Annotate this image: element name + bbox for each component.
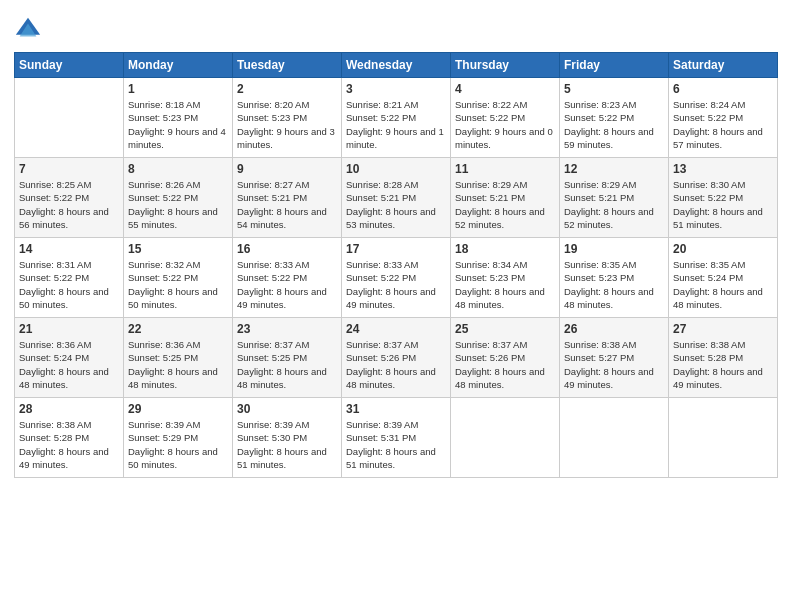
calendar-cell: 7Sunrise: 8:25 AMSunset: 5:22 PMDaylight… <box>15 158 124 238</box>
day-info: Sunrise: 8:30 AMSunset: 5:22 PMDaylight:… <box>673 178 773 231</box>
day-info: Sunrise: 8:39 AMSunset: 5:30 PMDaylight:… <box>237 418 337 471</box>
day-number: 3 <box>346 82 446 96</box>
day-info: Sunrise: 8:38 AMSunset: 5:27 PMDaylight:… <box>564 338 664 391</box>
day-number: 4 <box>455 82 555 96</box>
calendar-cell: 21Sunrise: 8:36 AMSunset: 5:24 PMDayligh… <box>15 318 124 398</box>
day-number: 10 <box>346 162 446 176</box>
day-info: Sunrise: 8:22 AMSunset: 5:22 PMDaylight:… <box>455 98 555 151</box>
calendar-cell: 29Sunrise: 8:39 AMSunset: 5:29 PMDayligh… <box>124 398 233 478</box>
day-number: 30 <box>237 402 337 416</box>
col-header-tuesday: Tuesday <box>233 53 342 78</box>
calendar-header-row: SundayMondayTuesdayWednesdayThursdayFrid… <box>15 53 778 78</box>
calendar-cell: 31Sunrise: 8:39 AMSunset: 5:31 PMDayligh… <box>342 398 451 478</box>
day-number: 17 <box>346 242 446 256</box>
day-number: 14 <box>19 242 119 256</box>
calendar-cell: 22Sunrise: 8:36 AMSunset: 5:25 PMDayligh… <box>124 318 233 398</box>
calendar-cell: 24Sunrise: 8:37 AMSunset: 5:26 PMDayligh… <box>342 318 451 398</box>
calendar-week-5: 28Sunrise: 8:38 AMSunset: 5:28 PMDayligh… <box>15 398 778 478</box>
day-info: Sunrise: 8:20 AMSunset: 5:23 PMDaylight:… <box>237 98 337 151</box>
calendar-cell: 28Sunrise: 8:38 AMSunset: 5:28 PMDayligh… <box>15 398 124 478</box>
day-info: Sunrise: 8:27 AMSunset: 5:21 PMDaylight:… <box>237 178 337 231</box>
day-info: Sunrise: 8:18 AMSunset: 5:23 PMDaylight:… <box>128 98 228 151</box>
calendar-cell: 2Sunrise: 8:20 AMSunset: 5:23 PMDaylight… <box>233 78 342 158</box>
calendar-cell: 6Sunrise: 8:24 AMSunset: 5:22 PMDaylight… <box>669 78 778 158</box>
day-info: Sunrise: 8:39 AMSunset: 5:31 PMDaylight:… <box>346 418 446 471</box>
day-info: Sunrise: 8:37 AMSunset: 5:26 PMDaylight:… <box>455 338 555 391</box>
calendar-cell <box>15 78 124 158</box>
calendar-cell: 16Sunrise: 8:33 AMSunset: 5:22 PMDayligh… <box>233 238 342 318</box>
day-number: 5 <box>564 82 664 96</box>
day-number: 25 <box>455 322 555 336</box>
calendar-cell: 25Sunrise: 8:37 AMSunset: 5:26 PMDayligh… <box>451 318 560 398</box>
header <box>14 10 778 44</box>
calendar-cell: 1Sunrise: 8:18 AMSunset: 5:23 PMDaylight… <box>124 78 233 158</box>
day-number: 9 <box>237 162 337 176</box>
calendar-cell: 4Sunrise: 8:22 AMSunset: 5:22 PMDaylight… <box>451 78 560 158</box>
col-header-wednesday: Wednesday <box>342 53 451 78</box>
page: SundayMondayTuesdayWednesdayThursdayFrid… <box>0 0 792 612</box>
day-info: Sunrise: 8:34 AMSunset: 5:23 PMDaylight:… <box>455 258 555 311</box>
day-number: 15 <box>128 242 228 256</box>
day-number: 16 <box>237 242 337 256</box>
day-number: 18 <box>455 242 555 256</box>
day-info: Sunrise: 8:37 AMSunset: 5:26 PMDaylight:… <box>346 338 446 391</box>
day-number: 20 <box>673 242 773 256</box>
calendar-week-1: 1Sunrise: 8:18 AMSunset: 5:23 PMDaylight… <box>15 78 778 158</box>
day-number: 21 <box>19 322 119 336</box>
day-number: 6 <box>673 82 773 96</box>
day-info: Sunrise: 8:38 AMSunset: 5:28 PMDaylight:… <box>19 418 119 471</box>
calendar-cell: 19Sunrise: 8:35 AMSunset: 5:23 PMDayligh… <box>560 238 669 318</box>
calendar-cell: 17Sunrise: 8:33 AMSunset: 5:22 PMDayligh… <box>342 238 451 318</box>
day-info: Sunrise: 8:26 AMSunset: 5:22 PMDaylight:… <box>128 178 228 231</box>
day-number: 8 <box>128 162 228 176</box>
calendar-cell: 8Sunrise: 8:26 AMSunset: 5:22 PMDaylight… <box>124 158 233 238</box>
day-info: Sunrise: 8:36 AMSunset: 5:24 PMDaylight:… <box>19 338 119 391</box>
day-number: 26 <box>564 322 664 336</box>
calendar-cell: 26Sunrise: 8:38 AMSunset: 5:27 PMDayligh… <box>560 318 669 398</box>
calendar-cell: 3Sunrise: 8:21 AMSunset: 5:22 PMDaylight… <box>342 78 451 158</box>
col-header-thursday: Thursday <box>451 53 560 78</box>
calendar-cell: 13Sunrise: 8:30 AMSunset: 5:22 PMDayligh… <box>669 158 778 238</box>
day-number: 29 <box>128 402 228 416</box>
day-info: Sunrise: 8:32 AMSunset: 5:22 PMDaylight:… <box>128 258 228 311</box>
day-number: 11 <box>455 162 555 176</box>
col-header-saturday: Saturday <box>669 53 778 78</box>
day-number: 22 <box>128 322 228 336</box>
calendar-cell: 11Sunrise: 8:29 AMSunset: 5:21 PMDayligh… <box>451 158 560 238</box>
calendar-cell <box>560 398 669 478</box>
day-number: 7 <box>19 162 119 176</box>
col-header-sunday: Sunday <box>15 53 124 78</box>
day-number: 28 <box>19 402 119 416</box>
day-number: 31 <box>346 402 446 416</box>
day-info: Sunrise: 8:33 AMSunset: 5:22 PMDaylight:… <box>237 258 337 311</box>
calendar-week-4: 21Sunrise: 8:36 AMSunset: 5:24 PMDayligh… <box>15 318 778 398</box>
day-number: 1 <box>128 82 228 96</box>
calendar-week-2: 7Sunrise: 8:25 AMSunset: 5:22 PMDaylight… <box>15 158 778 238</box>
logo <box>14 16 46 44</box>
day-number: 12 <box>564 162 664 176</box>
day-info: Sunrise: 8:29 AMSunset: 5:21 PMDaylight:… <box>455 178 555 231</box>
day-info: Sunrise: 8:35 AMSunset: 5:24 PMDaylight:… <box>673 258 773 311</box>
logo-icon <box>14 16 42 44</box>
calendar-cell <box>669 398 778 478</box>
calendar-cell: 27Sunrise: 8:38 AMSunset: 5:28 PMDayligh… <box>669 318 778 398</box>
day-info: Sunrise: 8:38 AMSunset: 5:28 PMDaylight:… <box>673 338 773 391</box>
day-info: Sunrise: 8:25 AMSunset: 5:22 PMDaylight:… <box>19 178 119 231</box>
calendar-cell <box>451 398 560 478</box>
day-number: 27 <box>673 322 773 336</box>
calendar-cell: 30Sunrise: 8:39 AMSunset: 5:30 PMDayligh… <box>233 398 342 478</box>
day-info: Sunrise: 8:29 AMSunset: 5:21 PMDaylight:… <box>564 178 664 231</box>
calendar-week-3: 14Sunrise: 8:31 AMSunset: 5:22 PMDayligh… <box>15 238 778 318</box>
calendar-cell: 5Sunrise: 8:23 AMSunset: 5:22 PMDaylight… <box>560 78 669 158</box>
day-info: Sunrise: 8:21 AMSunset: 5:22 PMDaylight:… <box>346 98 446 151</box>
col-header-friday: Friday <box>560 53 669 78</box>
day-info: Sunrise: 8:39 AMSunset: 5:29 PMDaylight:… <box>128 418 228 471</box>
day-number: 2 <box>237 82 337 96</box>
calendar-cell: 15Sunrise: 8:32 AMSunset: 5:22 PMDayligh… <box>124 238 233 318</box>
calendar-cell: 14Sunrise: 8:31 AMSunset: 5:22 PMDayligh… <box>15 238 124 318</box>
calendar-cell: 18Sunrise: 8:34 AMSunset: 5:23 PMDayligh… <box>451 238 560 318</box>
calendar-cell: 9Sunrise: 8:27 AMSunset: 5:21 PMDaylight… <box>233 158 342 238</box>
day-info: Sunrise: 8:35 AMSunset: 5:23 PMDaylight:… <box>564 258 664 311</box>
calendar-cell: 20Sunrise: 8:35 AMSunset: 5:24 PMDayligh… <box>669 238 778 318</box>
day-info: Sunrise: 8:37 AMSunset: 5:25 PMDaylight:… <box>237 338 337 391</box>
